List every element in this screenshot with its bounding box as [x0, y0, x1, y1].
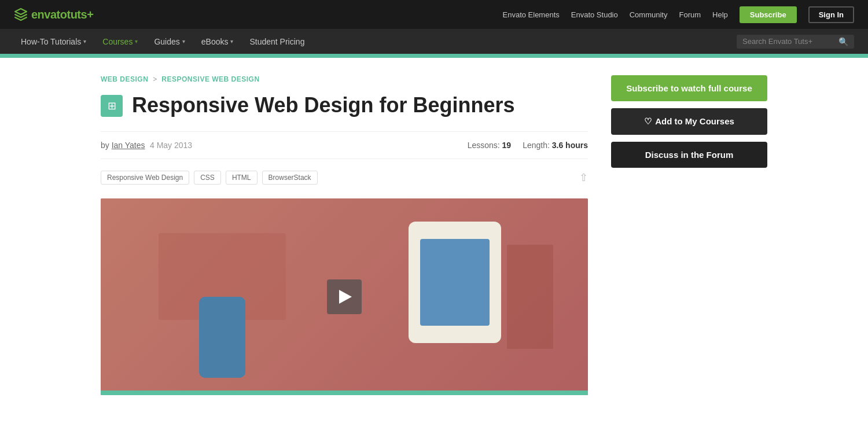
- add-to-courses-button[interactable]: ♡Add to My Courses: [611, 108, 767, 135]
- search-input[interactable]: [742, 37, 835, 46]
- nav-help[interactable]: Help: [712, 10, 728, 19]
- course-icon-symbol: ⊞: [108, 100, 116, 112]
- meta-stats: Lessons: 19 Length: 3.6 hours: [468, 141, 588, 150]
- nav-courses[interactable]: Courses ▾: [95, 28, 145, 55]
- breadcrumb-separator: >: [153, 75, 157, 83]
- breadcrumb-child[interactable]: RESPONSIVE WEB DESIGN: [161, 75, 259, 83]
- discuss-forum-button[interactable]: Discuss in the Forum: [611, 142, 767, 168]
- meta-row: by Ian Yates 4 May 2013 Lessons: 19 Leng…: [101, 131, 588, 159]
- meta-author-link[interactable]: Ian Yates: [112, 141, 145, 150]
- secondary-navigation: How-To Tutorials ▾ Courses ▾ Guides ▾ eB…: [0, 29, 868, 56]
- search-container: 🔍: [737, 35, 854, 49]
- logo[interactable]: envatotuts+: [14, 8, 93, 21]
- nav-how-to-tutorials[interactable]: How-To Tutorials ▾: [14, 28, 93, 55]
- top-navigation: envatotuts+ Envato Elements Envato Studi…: [0, 0, 868, 29]
- search-icon[interactable]: 🔍: [838, 37, 848, 46]
- sidebar: Subscribe to watch full course ♡Add to M…: [611, 75, 767, 395]
- tag-browserstack[interactable]: BrowserStack: [262, 171, 318, 185]
- nav-envato-elements[interactable]: Envato Elements: [503, 10, 560, 19]
- breadcrumb-parent[interactable]: WEB DESIGN: [101, 75, 148, 83]
- chevron-down-icon: ▾: [135, 38, 138, 45]
- course-title-area: ⊞ Responsive Web Design for Beginners: [101, 93, 588, 117]
- breadcrumb: WEB DESIGN > RESPONSIVE WEB DESIGN: [101, 75, 588, 83]
- subscribe-watch-button[interactable]: Subscribe to watch full course: [611, 75, 767, 101]
- content-area: WEB DESIGN > RESPONSIVE WEB DESIGN ⊞ Res…: [101, 75, 588, 395]
- lessons-label: Lessons: 19: [468, 141, 512, 150]
- meta-author-area: by Ian Yates 4 May 2013: [101, 140, 192, 150]
- chevron-down-icon: ▾: [182, 38, 185, 45]
- main-wrapper: WEB DESIGN > RESPONSIVE WEB DESIGN ⊞ Res…: [87, 58, 781, 412]
- nav-guides[interactable]: Guides ▾: [147, 28, 192, 55]
- video-thumbnail[interactable]: [101, 198, 588, 395]
- video-bg: [101, 198, 588, 395]
- heart-icon: ♡: [644, 116, 652, 126]
- length-label: Length: 3.6 hours: [523, 141, 588, 150]
- video-caption-bar: [101, 391, 588, 395]
- nav-forum[interactable]: Forum: [679, 10, 701, 19]
- tags-row: Responsive Web Design CSS HTML BrowserSt…: [101, 171, 588, 185]
- course-icon: ⊞: [101, 95, 123, 117]
- decorative-tablet-screen: [420, 239, 490, 326]
- decorative-sidebar-shape: [507, 245, 553, 349]
- chevron-down-icon: ▾: [230, 38, 233, 45]
- play-button[interactable]: [327, 279, 362, 314]
- course-title: Responsive Web Design for Beginners: [132, 93, 514, 117]
- nav-community[interactable]: Community: [630, 10, 668, 19]
- tag-responsive-web-design[interactable]: Responsive Web Design: [101, 171, 189, 185]
- sec-nav-links: How-To Tutorials ▾ Courses ▾ Guides ▾ eB…: [14, 28, 311, 55]
- nav-student-pricing[interactable]: Student Pricing: [242, 28, 311, 55]
- nav-envato-studio[interactable]: Envato Studio: [571, 10, 618, 19]
- top-nav-links: Envato Elements Envato Studio Community …: [503, 6, 855, 23]
- play-triangle-icon: [339, 290, 352, 304]
- signin-button[interactable]: Sign In: [808, 6, 854, 23]
- chevron-down-icon: ▾: [83, 38, 86, 45]
- decorative-phone-shape: [199, 297, 245, 378]
- decorative-tablet-shape: [409, 222, 501, 343]
- logo-text: envatotuts+: [31, 8, 93, 21]
- meta-date: 4 May 2013: [150, 141, 192, 150]
- meta-by: by: [101, 141, 112, 150]
- tag-css[interactable]: CSS: [194, 171, 221, 185]
- nav-ebooks[interactable]: eBooks ▾: [194, 28, 241, 55]
- subscribe-button[interactable]: Subscribe: [740, 6, 797, 23]
- tag-html[interactable]: HTML: [226, 171, 258, 185]
- share-icon[interactable]: ⇧: [579, 171, 588, 184]
- tags-list: Responsive Web Design CSS HTML BrowserSt…: [101, 171, 318, 185]
